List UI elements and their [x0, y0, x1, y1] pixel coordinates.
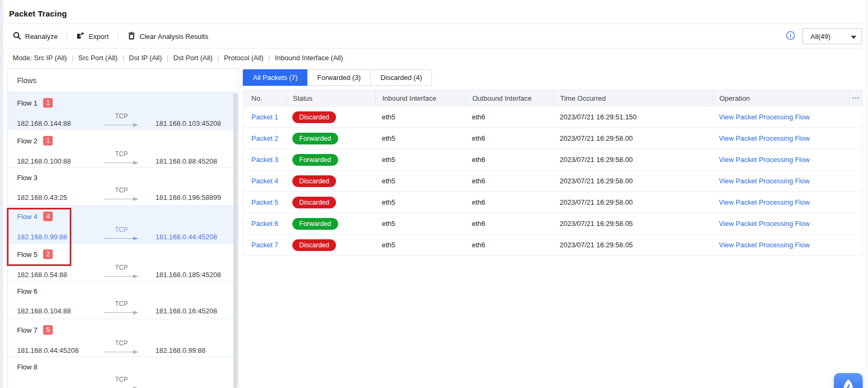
flow-name: Flow 8 — [17, 363, 37, 371]
export-button[interactable]: Export — [76, 31, 109, 42]
packet-filter-tabs: All Packets (7) Forwarded (3) Discarded … — [243, 69, 432, 86]
flow-name: Flow 5 — [17, 250, 37, 258]
flow-packet-count-badge: 1 — [43, 136, 53, 146]
inbound-interface-cell: eth5 — [375, 241, 465, 249]
result-filter-select[interactable]: All(49) — [803, 28, 862, 44]
flow-arrow-icon — [104, 348, 139, 353]
inbound-interface-cell: eth5 — [375, 177, 465, 185]
toolbar-separator — [67, 33, 67, 40]
flow-row-2[interactable]: Flow 2 1 182.168.0.100:88 TCP 181.168.0.… — [8, 130, 238, 168]
outbound-interface-cell: eth6 — [465, 177, 553, 185]
flow-packet-count-badge: 1 — [43, 98, 53, 108]
time-occurred-cell: 2023/07/21 16:29:58.00 — [553, 134, 713, 142]
time-occurred-cell: 2023/07/21 16:29:58.05 — [553, 241, 713, 249]
header-divider — [7, 23, 862, 24]
time-occurred-cell: 2023/07/21 16:29:58.05 — [553, 220, 713, 228]
flow-row-4[interactable]: Flow 4 4 182.168.0.99:88 TCP 181.168.0.4… — [8, 206, 238, 244]
page-left-strip — [0, 0, 3, 388]
page-scrollbar-gutter[interactable] — [866, 0, 868, 388]
packet-row-4: Packet 4 Discarded eth5 eth6 2023/07/21 … — [243, 171, 862, 192]
inbound-interface-cell: eth5 — [375, 198, 465, 206]
time-occurred-cell: 2023/07/21 16:29:58.00 — [553, 198, 713, 206]
flows-panel: Flows Flow 1 1 182.168.0.144:88 TCP 181.… — [7, 68, 239, 388]
flow-row-7[interactable]: Flow 7 5 181.168.0.44:45208 TCP 182.168.… — [8, 319, 238, 357]
packet-link[interactable]: Packet 7 — [251, 241, 279, 249]
packet-filter-tab[interactable]: Forwarded (3) — [307, 69, 371, 86]
rocket-icon — [837, 373, 860, 388]
status-badge: Discarded — [292, 175, 336, 187]
view-packet-processing-flow-link[interactable]: View Packet Processing Flow — [719, 156, 809, 164]
time-occurred-cell: 2023/07/21 16:29:58.00 — [553, 177, 713, 185]
time-occurred-cell: 2023/07/21 16:29:51.150 — [553, 113, 713, 121]
toolbar-divider — [7, 48, 862, 48]
packet-row-2: Packet 2 Forwarded eth5 eth6 2023/07/21 … — [243, 128, 862, 149]
filter-item: Dst Port (All) — [173, 54, 212, 62]
packet-row-1: Packet 1 Discarded eth5 eth6 2023/07/21 … — [243, 107, 862, 128]
packet-link[interactable]: Packet 1 — [251, 113, 279, 121]
packet-link[interactable]: Packet 6 — [251, 220, 279, 228]
packet-link[interactable]: Packet 2 — [251, 134, 279, 142]
packet-table: No. Status Inbound Interface Outbound In… — [243, 90, 863, 256]
flow-row-8[interactable]: Flow 8 TCP — [8, 357, 238, 388]
page-title: Packet Tracing — [9, 9, 67, 18]
view-packet-processing-flow-link[interactable]: View Packet Processing Flow — [719, 177, 809, 185]
flow-row-1[interactable]: Flow 1 1 182.168.0.144:88 TCP 181.168.0.… — [8, 92, 238, 130]
flow-row-6[interactable]: Flow 6 182.168.0.104:88 TCP 181.168.0.16… — [8, 281, 238, 319]
outbound-interface-cell: eth6 — [465, 134, 553, 142]
status-badge: Forwarded — [292, 133, 338, 144]
view-packet-processing-flow-link[interactable]: View Packet Processing Flow — [719, 113, 809, 121]
flow-protocol-label: TCP — [115, 340, 128, 347]
view-packet-processing-flow-link[interactable]: View Packet Processing Flow — [719, 241, 809, 249]
magnifier-icon — [13, 31, 21, 42]
clear-analysis-results-button[interactable]: Clear Analysis Results — [127, 31, 208, 42]
result-filter-value: All(49) — [810, 33, 831, 41]
flows-list: Flow 1 1 182.168.0.144:88 TCP 181.168.0.… — [8, 92, 238, 388]
flow-name: Flow 7 — [17, 326, 37, 334]
packet-table-header: No. Status Inbound Interface Outbound In… — [243, 90, 862, 107]
filter-separator: | — [217, 54, 219, 62]
packet-link[interactable]: Packet 4 — [251, 177, 279, 185]
flow-row-3[interactable]: Flow 3 182.168.0.43:25 TCP 181.168.0.196… — [8, 168, 238, 206]
flow-dest-ip: 181.168.0.103:45208 — [155, 119, 221, 127]
filter-separator: | — [268, 54, 270, 62]
packet-link[interactable]: Packet 5 — [251, 198, 279, 206]
flow-source-ip: 182.168.0.43:25 — [17, 193, 96, 201]
trash-icon — [127, 31, 136, 42]
outbound-interface-cell: eth6 — [465, 198, 553, 206]
column-settings-icon[interactable] — [849, 90, 862, 106]
status-badge: Forwarded — [292, 154, 338, 166]
packet-row-5: Packet 5 Discarded eth5 eth6 2023/07/21 … — [243, 192, 862, 213]
column-header-inbound-interface: Inbound Interface — [375, 90, 465, 106]
toolbar-right: All(49) — [786, 28, 862, 44]
flow-name: Flow 4 — [17, 213, 37, 221]
flow-source-ip: 182.168.0.54:88 — [17, 271, 96, 279]
reanalyze-button[interactable]: Reanalyze — [13, 31, 58, 42]
view-packet-processing-flow-link[interactable]: View Packet Processing Flow — [719, 198, 809, 206]
flow-protocol-label: TCP — [115, 226, 128, 233]
flow-dest-ip: 181.168.0.44:45208 — [155, 233, 217, 241]
mode-filter-bar: Mode: Src IP (All)|Src Port (All)|Dst IP… — [13, 54, 343, 62]
packet-row-6: Packet 6 Forwarded eth5 eth6 2023/07/21 … — [243, 213, 862, 235]
packet-filter-tab[interactable]: All Packets (7) — [243, 69, 308, 86]
info-icon[interactable] — [786, 31, 795, 42]
flow-arrow-icon — [104, 309, 139, 313]
outbound-interface-cell: eth6 — [465, 156, 553, 164]
flow-protocol-label: TCP — [115, 187, 128, 194]
status-badge: Discarded — [292, 239, 336, 251]
assistant-rocket-button[interactable] — [834, 373, 863, 388]
flow-arrow-icon — [104, 235, 139, 239]
view-packet-processing-flow-link[interactable]: View Packet Processing Flow — [719, 220, 809, 228]
flow-row-5[interactable]: Flow 5 2 182.168.0.54:88 TCP 181.168.0.1… — [8, 244, 238, 281]
flows-scrollbar-thumb[interactable] — [233, 93, 238, 388]
view-packet-processing-flow-link[interactable]: View Packet Processing Flow — [719, 134, 809, 142]
filter-item: Src IP (All) — [34, 54, 67, 62]
filter-separator: | — [122, 54, 124, 62]
chevron-down-icon — [851, 33, 856, 41]
flow-source-ip: 182.168.0.100:88 — [17, 157, 96, 165]
outbound-interface-cell: eth6 — [465, 113, 553, 121]
flow-source-ip: 181.168.0.44:45208 — [17, 346, 96, 354]
packet-filter-tab[interactable]: Discarded (4) — [370, 69, 432, 86]
inbound-interface-cell: eth5 — [375, 134, 465, 142]
flow-name: Flow 2 — [17, 137, 37, 145]
packet-link[interactable]: Packet 3 — [251, 156, 279, 164]
